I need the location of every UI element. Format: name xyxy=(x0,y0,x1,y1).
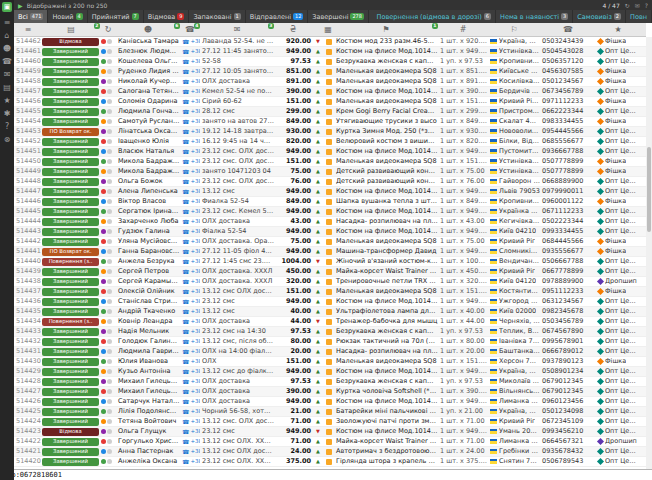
tab-повн[interactable]: Повн xyxy=(626,10,652,23)
status-badge[interactable]: Завершений xyxy=(42,188,99,196)
tab-відмова[interactable]: Відмова9 xyxy=(144,10,190,23)
call-button[interactable]: ☎+38 xyxy=(180,127,200,136)
order-row[interactable]: 514462 Відмова Канівська Тамара ☎+38 Лав… xyxy=(14,37,646,47)
call-button[interactable]: ☎+38 xyxy=(180,257,200,266)
status-badge[interactable]: Завершений xyxy=(42,198,99,206)
product-name[interactable]: Зволожуючі патчі проти зморш xyxy=(334,417,438,426)
status-badge[interactable]: Завершений xyxy=(42,378,99,386)
order-row[interactable]: 514459 Завершений Руденко Лидия Гав ☎+38… xyxy=(14,67,646,77)
customer-name[interactable]: Анна Пастернак xyxy=(116,447,180,456)
customer-name[interactable]: Сергей Петров xyxy=(116,267,180,276)
call-button[interactable]: ☎+38 xyxy=(180,367,200,376)
settings-icon[interactable]: ✱ xyxy=(4,107,11,120)
product-name[interactable]: Майка-корсет Waist Trainer *-4 xyxy=(334,267,438,276)
status-badge[interactable]: ПО Возврат ок. xyxy=(42,248,99,256)
customer-name[interactable]: Андрій Ткаченко xyxy=(116,307,180,316)
call-button[interactable]: ☎+38 xyxy=(180,77,200,86)
reports-icon[interactable]: ▤ xyxy=(3,81,11,94)
order-row[interactable]: 514450 Завершений Микола Бадражан ☎+38 2… xyxy=(14,157,646,167)
customer-name[interactable]: Руденко Лидия Гав xyxy=(116,67,180,76)
order-row[interactable]: 514425 Завершений Лілія Подолянська ☎+38… xyxy=(14,407,646,417)
status-badge[interactable]: Завершений xyxy=(42,418,99,426)
order-row[interactable]: 514431 Завершений Людмила Гаврилюк ☎+38 … xyxy=(14,347,646,357)
customer-name[interactable]: Михаил Гилецький xyxy=(116,377,180,386)
call-button[interactable]: ☎+38 xyxy=(180,287,200,296)
tab-відправлені[interactable]: Відправлені12 xyxy=(246,10,309,23)
call-button[interactable]: ☎+38 xyxy=(180,247,200,256)
product-name[interactable]: Костюм на флисе Мод.1014 (т xyxy=(334,227,438,236)
refresh-icon[interactable]: ↻ xyxy=(625,2,630,9)
status-badge[interactable]: Завершений xyxy=(42,208,99,216)
product-name[interactable]: Утягивающие трусики з высо xyxy=(334,117,438,126)
order-row[interactable]: 514461 Завершений Блезнюк Людмила А ☎+38… xyxy=(14,47,646,57)
help-icon[interactable]: ? xyxy=(5,120,9,133)
call-button[interactable]: ☎+38 xyxy=(180,197,200,206)
call-button[interactable]: ☎+38 xyxy=(180,97,200,106)
order-row[interactable]: 514420 Завершений Анжеліка Оксана ☎+38 2… xyxy=(14,457,646,467)
call-button[interactable]: ☎+38 xyxy=(180,297,200,306)
customer-name[interactable]: Самотуй Руслана Во xyxy=(116,117,180,126)
refresh-icon[interactable]: ↻ xyxy=(100,23,116,36)
phone-icon[interactable]: ☎4 xyxy=(180,23,200,36)
status-badge[interactable]: Завершений xyxy=(42,158,99,166)
customer-name[interactable]: Уляна Мусійовська xyxy=(116,237,180,246)
status-badge[interactable]: Завершений xyxy=(42,118,99,126)
status-badge[interactable]: Повернення (з.. xyxy=(42,258,99,266)
product-name[interactable]: Костюм на флисе Мод.1014 (т xyxy=(334,147,438,156)
mail-icon[interactable]: ✉ xyxy=(635,2,640,9)
status-badge[interactable]: Завершений xyxy=(42,78,99,86)
customer-name[interactable]: Юлия Иванова xyxy=(116,357,180,366)
call-button[interactable]: ☎+38 xyxy=(180,67,200,76)
call-button[interactable]: ☎+38 xyxy=(180,317,200,326)
city-icon[interactable]: ⚐ xyxy=(488,23,540,36)
customer-name[interactable]: Микола Бадражан xyxy=(116,157,180,166)
product-name[interactable]: Жіночий в'язаний костюм-коф xyxy=(334,257,438,266)
status-badge[interactable]: Завершений xyxy=(42,368,99,376)
status-badge[interactable]: Завершений xyxy=(42,178,99,186)
order-row[interactable]: 514427 Завершений Михаил Гилецький ☎+38 … xyxy=(14,387,646,397)
product-name[interactable]: Безрукавка женская с капюшо xyxy=(334,57,438,66)
customer-name[interactable]: Салогана Тетяна Н xyxy=(116,87,180,96)
product-name[interactable]: Костюм на флисе Мод.1014 (т xyxy=(334,207,438,216)
contacts-icon[interactable]: ☻ xyxy=(3,42,11,55)
order-row[interactable]: 514442 Завершений Уляна Мусійовська ☎+38… xyxy=(14,237,646,247)
order-row[interactable]: 514441 ПО Возврат ок. Ганна Барановська … xyxy=(14,247,646,257)
customer-name[interactable]: Кошелева Ольга Ар xyxy=(116,57,180,66)
product-name[interactable]: Крем Gogi Berry Facial Cream*-9 xyxy=(334,107,438,116)
customer-name[interactable]: Анжела Безрука xyxy=(116,257,180,266)
order-row[interactable]: 514446 Завершений Віктор Власов ☎+38 Фиа… xyxy=(14,197,646,207)
product-name[interactable]: Майка-корсет Waist Trainer *-4 xyxy=(334,437,438,446)
status-badge[interactable]: Завершений xyxy=(42,148,99,156)
qty-icon[interactable]: # xyxy=(438,23,488,36)
call-button[interactable]: ☎+38 xyxy=(180,277,200,286)
status-badge[interactable]: Завершений xyxy=(42,328,99,336)
product-name[interactable]: Маленькая видеокамера SQ8 xyxy=(334,287,438,296)
product-name[interactable]: Костюм на флисе Мод.1014 (т xyxy=(334,297,438,306)
product-name[interactable]: Куртка чоловіча Softshell (*зал xyxy=(334,387,438,396)
product-name[interactable]: Костюм на флисе Мод.1014 (т xyxy=(334,427,438,436)
status-badge[interactable]: Завершений xyxy=(42,48,99,56)
call-button[interactable]: ☎+38 xyxy=(180,397,200,406)
order-row[interactable]: 514422 Завершений Горгулько Христина ☎+3… xyxy=(14,437,646,447)
customer-name[interactable]: Лілія Подолянська xyxy=(116,407,180,416)
home-icon[interactable]: ⌂ xyxy=(4,29,9,42)
customer-name[interactable]: Соломія Одарина xyxy=(116,97,180,106)
product-name[interactable]: Костюм мод 233 разм.46-58 (Т xyxy=(334,37,438,46)
product-name[interactable]: Насадка- розпилювач на пляш xyxy=(334,347,438,356)
customer-name[interactable]: Власюк Наталья xyxy=(116,147,180,156)
call-button[interactable]: ☎+38 xyxy=(180,87,200,96)
product-name[interactable]: Маленькая видеокамера SQ8 xyxy=(334,237,438,246)
mail-icon[interactable]: ✉ xyxy=(4,68,11,81)
customer-name[interactable]: Сергатюк Ірина Ми xyxy=(116,207,180,216)
clients-icon[interactable]: ☻6 xyxy=(116,23,180,36)
order-row[interactable]: 514439 Завершений Сергей Петров ☎+38 ОЛХ… xyxy=(14,267,646,277)
product-name[interactable]: Тренажер-бабочка для мышц xyxy=(334,317,438,326)
call-button[interactable]: ☎+38 xyxy=(180,47,200,56)
customer-name[interactable]: Голодюк Галина Вас xyxy=(116,337,180,346)
call-button[interactable]: ☎+38 xyxy=(180,237,200,246)
call-button[interactable]: ☎+38 xyxy=(180,217,200,226)
tab-завершені[interactable]: Завершені278 xyxy=(308,10,369,23)
order-row[interactable]: 514451 Завершений Власюк Наталья ☎+38 23… xyxy=(14,147,646,157)
call-button[interactable]: ☎+38 xyxy=(180,407,200,416)
order-row[interactable]: 514423 Відмова Ольга Глущук ☎+38 23.12 с… xyxy=(14,427,646,437)
